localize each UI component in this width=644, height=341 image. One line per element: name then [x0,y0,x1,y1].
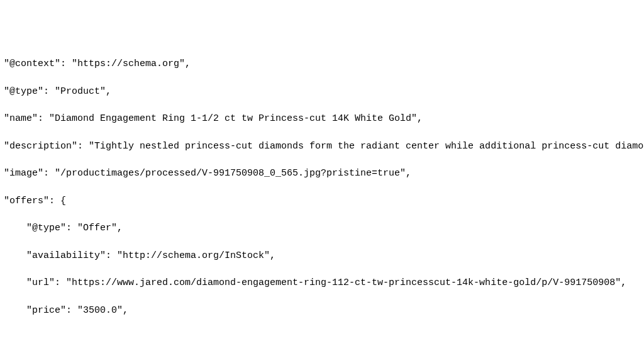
code-line: "@context": "https://schema.org", [4,57,640,71]
code-line: "@type": "Product", [4,85,640,99]
code-line: "offers": { [4,194,640,208]
code-line: "name": "Diamond Engagement Ring 1-1/2 c… [4,112,640,126]
code-line: "description": "Tightly nestled princess… [4,140,640,154]
code-line: "price": "3500.0", [4,304,640,318]
code-line: "url": "https://www.jared.com/diamond-en… [4,276,640,290]
code-line: "availability": "http://schema.org/InSto… [4,249,640,263]
code-line: "@type": "Offer", [4,221,640,235]
code-line: "image": "/productimages/processed/V-991… [4,167,640,181]
